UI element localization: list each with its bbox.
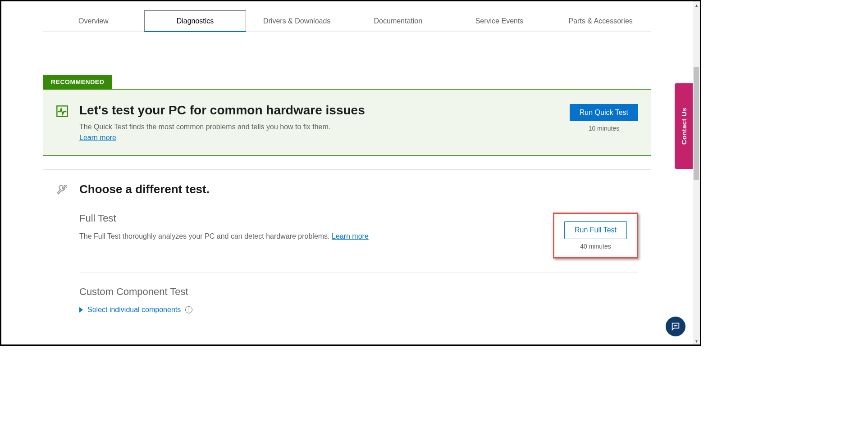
choose-test-title: Choose a different test.: [79, 182, 210, 196]
tab-documentation[interactable]: Documentation: [347, 10, 449, 32]
recommended-title: Let's test your PC for common hardware i…: [79, 103, 559, 118]
scroll-down-arrow[interactable]: ▾: [693, 337, 700, 344]
full-test-title: Full Test: [79, 213, 553, 224]
activity-icon: [56, 105, 69, 118]
scroll-thumb[interactable]: [694, 67, 699, 180]
chat-icon: [671, 322, 681, 331]
tab-drivers-downloads[interactable]: Drivers & Downloads: [246, 10, 347, 32]
recommended-badge: RECOMMENDED: [43, 75, 112, 89]
scroll-track[interactable]: [693, 9, 700, 337]
recommended-subtitle: The Quick Test finds the most common pro…: [79, 123, 559, 131]
chat-fab-button[interactable]: [666, 317, 685, 336]
tab-overview[interactable]: Overview: [43, 10, 144, 32]
tab-bar: Overview Diagnostics Drivers & Downloads…: [43, 10, 651, 32]
custom-test-title: Custom Component Test: [79, 286, 638, 298]
svg-point-3: [674, 326, 675, 326]
full-test-desc: The Full Test thoroughly analyzes your P…: [79, 232, 553, 240]
recommended-card: Let's test your PC for common hardware i…: [43, 89, 651, 156]
info-icon[interactable]: !: [185, 306, 192, 313]
svg-point-4: [676, 326, 676, 326]
full-test-time: 40 minutes: [580, 243, 611, 250]
run-quick-test-button[interactable]: Run Quick Test: [570, 104, 638, 121]
vertical-scrollbar[interactable]: ▴ ▾: [693, 1, 700, 344]
tab-parts-accessories[interactable]: Parts & Accessories: [550, 10, 651, 32]
tools-icon: [56, 183, 69, 196]
select-components-expander[interactable]: Select individual components !: [79, 306, 192, 314]
recommended-learn-more-link[interactable]: Learn more: [79, 134, 116, 141]
quick-test-time: 10 minutes: [589, 125, 619, 132]
scroll-up-arrow[interactable]: ▴: [693, 1, 700, 9]
tab-service-events[interactable]: Service Events: [449, 10, 550, 32]
svg-point-5: [676, 326, 677, 326]
choose-test-card: Choose a different test. Full Test The F…: [43, 169, 651, 344]
chevron-right-icon: [79, 307, 83, 313]
full-test-highlight-box: Run Full Test 40 minutes: [553, 213, 638, 258]
contact-us-side-tab[interactable]: Contact Us: [675, 83, 693, 169]
full-test-learn-more-link[interactable]: Learn more: [332, 232, 369, 240]
run-full-test-button[interactable]: Run Full Test: [564, 221, 627, 239]
tab-diagnostics[interactable]: Diagnostics: [144, 10, 247, 32]
